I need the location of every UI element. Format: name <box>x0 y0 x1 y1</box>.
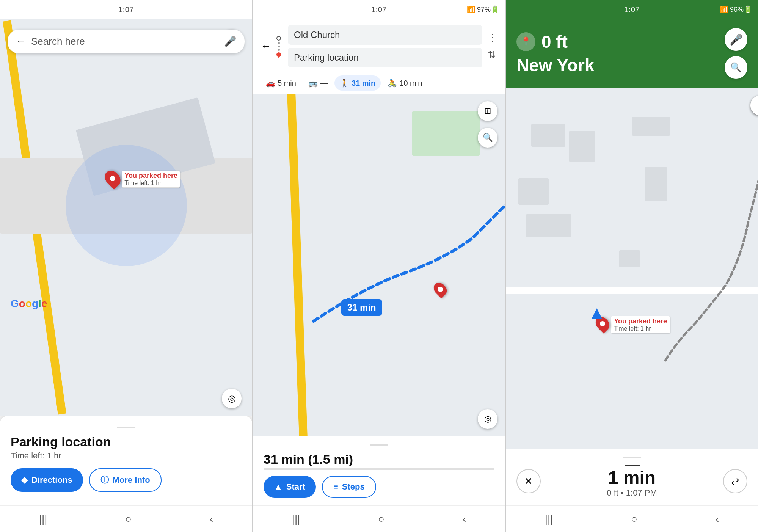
search-icon-nav: 🔍 <box>730 62 742 73</box>
transit-icon: 🚌 <box>308 78 318 88</box>
start-icon: ▲ <box>274 482 282 492</box>
navigation-map: You parked here Time left: 1 hr 🔊 ▲ <box>506 88 758 449</box>
routes-button[interactable]: ⇄ <box>723 469 747 493</box>
map-panel1: You parked here Time left: 1 hr ⊞ ◎ Goog… <box>0 19 252 416</box>
dir-handle <box>370 444 388 446</box>
eta-display: 1 min 0 ft • 1:07 PM <box>607 465 657 498</box>
directions-header: ← Old Church Parking location ⋮ ⇅ 🚗 5 mi… <box>253 19 505 94</box>
transit-tab[interactable]: 🚌 — <box>303 75 333 91</box>
nav-header-content: 📍 0 ft New York <box>516 31 725 75</box>
dir-action-buttons: ▲ Start ≡ Steps <box>264 476 494 498</box>
dot-separator3 <box>278 49 280 51</box>
panel-parking-location: 1:07 You parked here Time left: 1 hr ⊞ <box>0 0 252 532</box>
eta-time: 1 min <box>607 467 657 488</box>
dir-search-btn[interactable]: 🔍 <box>478 128 497 148</box>
nav-header-btns: 🎤 🔍 <box>725 28 747 79</box>
more-info-button[interactable]: ⓘ More Info <box>89 468 162 492</box>
destination-input[interactable]: Parking location <box>288 48 482 67</box>
home-nav-icon2[interactable]: ||| <box>281 509 312 529</box>
nav-bar-panel2: ||| ○ ‹ <box>253 505 505 532</box>
directions-icon: ◆ <box>21 475 28 485</box>
info-icon: ⓘ <box>100 474 109 486</box>
directions-bottom: 31 min (1.5 mi) ▲ Start ≡ Steps <box>253 436 505 505</box>
waypoint-inputs: Old Church Parking location <box>288 25 482 67</box>
start-button[interactable]: ▲ Start <box>264 476 316 498</box>
dir-location-btn[interactable]: ◎ <box>478 409 497 429</box>
back-nav-icon[interactable]: ○ <box>114 509 143 529</box>
nav-distance-row: 📍 0 ft <box>516 31 725 52</box>
routes-icon: ⇄ <box>731 476 739 487</box>
swap-button[interactable]: ⇅ <box>488 49 497 61</box>
home-nav-icon3[interactable]: ||| <box>534 509 565 529</box>
nav-pin-label: You parked here Time left: 1 hr <box>611 316 670 333</box>
drive-icon: 🚗 <box>266 78 275 88</box>
directions-button[interactable]: ◆ Directions <box>11 468 83 492</box>
recents-nav-icon2[interactable]: ‹ <box>451 509 477 529</box>
recents-nav-icon[interactable]: ‹ <box>198 509 224 529</box>
status-time-panel1: 1:07 <box>118 5 134 14</box>
status-bar-panel2: 1:07 📶 97%🔋 <box>253 0 505 19</box>
navigation-bottom: ✕ 1 min 0 ft • 1:07 PM ⇄ <box>506 449 758 505</box>
nav-arrow <box>592 308 602 319</box>
nav-current-pin: You parked here Time left: 1 hr <box>596 316 670 333</box>
back-nav-icon2[interactable]: ○ <box>367 509 396 529</box>
eta-sub: 0 ft • 1:07 PM <box>607 488 657 498</box>
status-bar-panel1: 1:07 <box>0 0 252 19</box>
search-bar-container: ← Search here 🎤 <box>8 30 245 53</box>
origin-input[interactable]: Old Church <box>288 25 482 45</box>
dest-dot <box>276 51 282 58</box>
status-time-panel3: 1:07 <box>624 5 640 14</box>
cancel-nav-button[interactable]: ✕ <box>516 469 541 493</box>
time-badge: 31 min <box>341 299 382 316</box>
directions-map: 31 min ⊞ 🔍 ◎ <box>253 94 505 436</box>
waypoint-dots <box>276 36 281 57</box>
nav-handle <box>623 457 641 458</box>
pin-label: You parked here Time left: 1 hr <box>122 171 180 188</box>
origin-row: ← Old Church Parking location ⋮ ⇅ <box>261 25 497 67</box>
search-button-nav[interactable]: 🔍 <box>725 56 747 79</box>
panel-navigation: 1:07 📶 96%🔋 📍 0 ft New York 🎤 🔍 <box>505 0 758 532</box>
nav-bottom-row: ✕ 1 min 0 ft • 1:07 PM ⇄ <box>516 465 747 498</box>
compass-icon: ◎ <box>228 393 236 404</box>
back-nav-icon3[interactable]: ○ <box>620 509 649 529</box>
parking-pin: You parked here Time left: 1 hr <box>106 170 180 188</box>
transport-mode-tabs: 🚗 5 min 🚌 — 🚶 31 min 🚴 10 min <box>261 72 497 94</box>
parking-radius-circle <box>66 145 187 266</box>
nav-pin-icon: 📍 <box>516 32 535 51</box>
dot-separator2 <box>278 46 280 47</box>
origin-dot <box>276 36 281 41</box>
bike-icon: 🚴 <box>388 78 397 88</box>
back-icon[interactable]: ← <box>16 36 26 47</box>
mic-button[interactable]: 🎤 <box>725 28 747 51</box>
dir-compass-icon: ◎ <box>484 414 491 424</box>
location-button[interactable]: ◎ <box>222 389 242 408</box>
home-nav-icon[interactable]: ||| <box>28 509 59 529</box>
dir-dest-pin <box>435 282 446 297</box>
recents-nav-icon3[interactable]: ‹ <box>704 509 730 529</box>
search-placeholder[interactable]: Search here <box>31 36 219 47</box>
directions-summary: 31 min (1.5 mi) <box>264 452 494 467</box>
progress-bar <box>264 468 494 470</box>
nav-bar-panel1: ||| ○ ‹ <box>0 505 252 532</box>
dir-layers-icon: ⊞ <box>484 106 491 116</box>
location-title: Parking location <box>11 435 242 449</box>
drive-tab[interactable]: 🚗 5 min <box>261 75 301 91</box>
google-logo: Google <box>11 298 47 310</box>
dir-search-icon: 🔍 <box>483 133 493 143</box>
search-bar[interactable]: ← Search here 🎤 <box>8 30 245 53</box>
back-btn-panel2[interactable]: ← <box>261 40 271 52</box>
status-icons-panel2: 📶 97%🔋 <box>467 5 499 14</box>
status-bar-panel3: 1:07 📶 96%🔋 <box>506 0 758 19</box>
menu-button[interactable]: ⋮ <box>488 32 497 44</box>
walk-tab[interactable]: 🚶 31 min <box>334 75 381 91</box>
nav-distance: 0 ft <box>541 31 568 52</box>
dir-layers-btn[interactable]: ⊞ <box>478 101 497 121</box>
bike-tab[interactable]: 🚴 10 min <box>382 75 427 91</box>
panel-directions: 1:07 📶 97%🔋 ← Old Church Parking locatio… <box>252 0 505 532</box>
steps-button[interactable]: ≡ Steps <box>322 476 376 498</box>
bottom-sheet-panel1: Parking location Time left: 1 hr ◆ Direc… <box>0 416 252 505</box>
mic-icon[interactable]: 🎤 <box>224 36 236 47</box>
sheet-handle <box>117 427 135 428</box>
walking-path <box>253 94 505 436</box>
cancel-icon: ✕ <box>524 476 533 487</box>
